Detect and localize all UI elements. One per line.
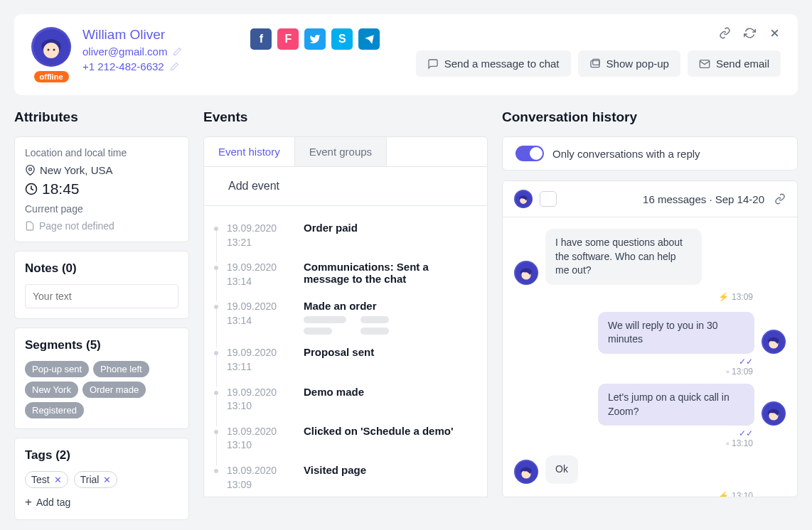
show-popup-button[interactable]: Show pop-up xyxy=(578,50,680,77)
tab-event-history[interactable]: Event history xyxy=(204,137,295,166)
svg-rect-5 xyxy=(592,59,599,65)
event-date: 19.09.202013:10 xyxy=(227,386,295,413)
refresh-icon[interactable] xyxy=(744,27,756,39)
timeline-dot xyxy=(214,266,218,270)
profile-name[interactable]: William Oliver xyxy=(82,27,182,43)
timeline-dot xyxy=(214,305,218,309)
event-row[interactable]: 19.09.202013:10Clicked on 'Schedule a de… xyxy=(204,419,480,458)
remove-tag-icon[interactable]: ✕ xyxy=(103,475,111,485)
profile-email[interactable]: oliver@gmail.com xyxy=(82,45,167,58)
avatar[interactable] xyxy=(31,27,71,67)
message-row: Let's jump on a quick call in Zoom? xyxy=(514,384,786,426)
time-value: 18:45 xyxy=(42,180,80,198)
event-title: Demo made xyxy=(304,386,473,398)
timeline-dot xyxy=(214,469,218,473)
chat-icon xyxy=(540,191,557,207)
event-title: Proposal sent xyxy=(304,346,473,358)
twitter-icon[interactable] xyxy=(304,28,326,50)
segment-chip[interactable]: New York xyxy=(25,382,78,398)
event-title: Communications: Sent a message to the ch… xyxy=(304,261,473,285)
conversation-heading: Conversation history xyxy=(502,109,798,125)
event-row[interactable]: 19.09.202013:10Demo made xyxy=(204,380,480,419)
svg-point-3 xyxy=(53,49,55,51)
event-date: 19.09.202013:10 xyxy=(227,425,295,453)
message-source-icon: ⚡ xyxy=(718,292,729,302)
event-row[interactable]: 19.09.202013:14Communications: Sent a me… xyxy=(204,255,480,294)
status-badge: offline xyxy=(34,71,69,82)
svg-point-7 xyxy=(29,168,32,171)
event-date: 19.09.202013:11 xyxy=(227,346,295,374)
link-icon[interactable] xyxy=(774,193,786,205)
segments-heading: Segments (5) xyxy=(25,338,178,352)
message-source-icon: ▫ xyxy=(726,367,729,377)
event-date: 19.09.202013:14 xyxy=(227,300,295,335)
segment-chip[interactable]: Registered xyxy=(25,402,84,418)
foursquare-icon[interactable]: F xyxy=(277,28,299,50)
message-bubble: I have some questions about the software… xyxy=(545,229,702,285)
avatar xyxy=(762,330,786,354)
location-label: Location and local time xyxy=(25,147,178,158)
event-title: Made an order xyxy=(304,300,473,312)
send-email-button[interactable]: Send email xyxy=(688,50,781,77)
event-row[interactable]: 19.09.202013:11Proposal sent xyxy=(204,340,480,379)
message-time: 13:09 xyxy=(732,367,753,377)
message-time: 13:10 xyxy=(732,491,753,497)
facebook-icon[interactable]: f xyxy=(250,28,272,50)
event-title: Clicked on 'Schedule a demo' xyxy=(304,425,473,437)
event-title: Visited page xyxy=(304,464,473,476)
link-icon[interactable] xyxy=(719,27,731,39)
tab-event-groups[interactable]: Event groups xyxy=(295,137,387,166)
timeline-dot xyxy=(214,227,218,231)
edit-icon[interactable] xyxy=(170,62,179,71)
send-chat-button[interactable]: Send a message to chat xyxy=(416,50,571,77)
notes-card: Notes (0) xyxy=(14,251,189,319)
event-row[interactable]: 19.09.202013:14Made an order xyxy=(204,294,480,340)
profile-phone[interactable]: +1 212-482-6632 xyxy=(82,60,164,72)
segment-chip[interactable]: Phone left xyxy=(93,361,149,377)
events-heading: Events xyxy=(203,109,488,125)
message-bubble: Ok xyxy=(545,455,578,484)
tag-chip[interactable]: Test✕ xyxy=(25,471,68,488)
svg-point-1 xyxy=(43,43,59,58)
current-page-label: Current page xyxy=(25,203,178,215)
avatar xyxy=(514,190,533,208)
social-links: f F S xyxy=(250,28,380,82)
page-value: Page not defined xyxy=(39,220,114,232)
segment-chip[interactable]: Pop-up sent xyxy=(25,361,89,377)
event-date: 19.09.202013:21 xyxy=(227,222,295,249)
message-row: We will reply to you in 30 minutes xyxy=(514,312,786,354)
notes-heading: Notes (0) xyxy=(25,261,178,276)
read-receipt-icon: ✓✓ xyxy=(514,428,753,438)
avatar xyxy=(514,261,538,285)
message-bubble: Let's jump on a quick call in Zoom? xyxy=(598,384,754,426)
timeline-dot xyxy=(214,351,218,355)
profile-header: offline William Oliver oliver@gmail.com … xyxy=(14,14,798,95)
reply-filter-toggle[interactable] xyxy=(515,146,544,161)
edit-icon[interactable] xyxy=(173,47,182,56)
add-tag-button[interactable]: +Add tag xyxy=(25,495,178,509)
add-event-button[interactable]: Add event xyxy=(204,167,487,206)
segment-chip[interactable]: Order made xyxy=(82,382,146,398)
skype-icon[interactable]: S xyxy=(331,28,353,50)
avatar xyxy=(514,460,538,484)
tag-chip[interactable]: Trial✕ xyxy=(74,471,118,488)
timeline-dot xyxy=(214,391,218,395)
event-row[interactable]: 19.09.202013:21Order paid xyxy=(204,216,480,255)
attributes-heading: Attributes xyxy=(14,109,189,125)
avatar xyxy=(762,401,786,426)
segments-card: Segments (5) Pop-up sentPhone leftNew Yo… xyxy=(14,328,189,429)
telegram-icon[interactable] xyxy=(358,28,380,50)
message-bubble: We will reply to you in 30 minutes xyxy=(598,312,754,354)
timeline-dot xyxy=(214,430,218,434)
tags-card: Tags (2) Test✕Trial✕ +Add tag xyxy=(14,438,189,520)
close-icon[interactable] xyxy=(769,27,781,39)
notes-input[interactable] xyxy=(25,284,178,308)
message-time: 13:10 xyxy=(732,438,753,448)
event-date: 19.09.202013:14 xyxy=(227,261,295,288)
remove-tag-icon[interactable]: ✕ xyxy=(54,475,62,485)
pin-icon xyxy=(25,165,36,175)
message-source-icon: ▫ xyxy=(726,438,729,448)
event-row[interactable]: 19.09.202013:09Visited page xyxy=(204,458,480,497)
location-card: Location and local time New York, USA 18… xyxy=(14,136,189,242)
message-row: I have some questions about the software… xyxy=(514,229,786,285)
